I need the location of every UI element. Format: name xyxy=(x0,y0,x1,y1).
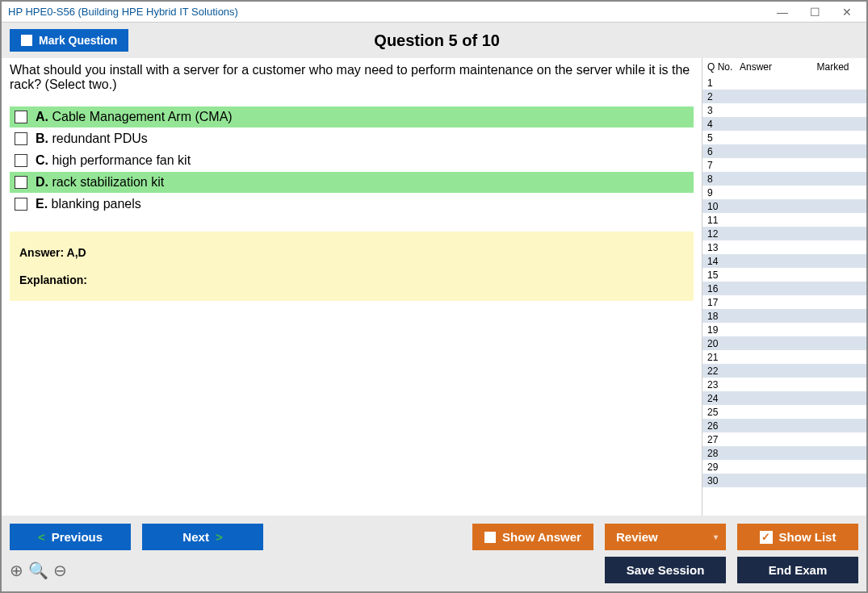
zoom-controls: ⊕ 🔍 ⊖ xyxy=(10,561,67,580)
row-number: 6 xyxy=(707,146,740,157)
option-E[interactable]: E. blanking panels xyxy=(10,194,694,215)
save-session-label: Save Session xyxy=(627,563,705,577)
question-list[interactable]: 1234567891011121314151617181920212223242… xyxy=(702,76,866,516)
question-row[interactable]: 25 xyxy=(702,405,866,419)
mark-question-button[interactable]: Mark Question xyxy=(10,29,128,52)
row-number: 11 xyxy=(707,215,740,226)
question-row[interactable]: 28 xyxy=(702,446,866,460)
zoom-in-icon[interactable]: ⊕ xyxy=(10,561,23,580)
row-number: 17 xyxy=(707,297,740,308)
row-number: 25 xyxy=(707,407,740,418)
question-row[interactable]: 24 xyxy=(702,391,866,405)
option-letter: A. xyxy=(36,110,48,123)
row-number: 2 xyxy=(707,91,740,102)
question-row[interactable]: 26 xyxy=(702,419,866,432)
question-row[interactable]: 9 xyxy=(702,186,866,199)
question-row[interactable]: 27 xyxy=(702,432,866,446)
question-text: What should you install with a server fo… xyxy=(10,63,694,92)
check-icon: ✓ xyxy=(760,531,773,544)
row-number: 19 xyxy=(707,324,740,336)
checkbox-icon[interactable] xyxy=(15,154,27,167)
row-number: 10 xyxy=(707,201,740,212)
question-row[interactable]: 20 xyxy=(702,336,866,350)
row-number: 21 xyxy=(707,352,740,363)
option-letter: D. xyxy=(36,175,48,189)
question-panel: What should you install with a server fo… xyxy=(2,58,702,516)
question-row[interactable]: 11 xyxy=(702,213,866,227)
question-row[interactable]: 29 xyxy=(702,460,866,474)
row-number: 22 xyxy=(707,365,740,377)
question-row[interactable]: 18 xyxy=(702,309,866,323)
header-qno: Q No. xyxy=(707,61,740,73)
next-button[interactable]: Next > xyxy=(142,524,263,550)
explanation-label: Explanation: xyxy=(19,274,684,286)
row-number: 18 xyxy=(707,311,740,322)
checkbox-icon[interactable] xyxy=(15,132,27,145)
question-row[interactable]: 13 xyxy=(702,240,866,254)
previous-label: Previous xyxy=(52,530,103,544)
checkbox-icon[interactable] xyxy=(15,176,27,189)
save-session-button[interactable]: Save Session xyxy=(605,557,726,583)
question-row[interactable]: 12 xyxy=(702,227,866,240)
show-list-button[interactable]: ✓ Show List xyxy=(737,524,858,550)
question-row[interactable]: 4 xyxy=(702,117,866,131)
question-row[interactable]: 19 xyxy=(702,323,866,336)
header-marked: Marked xyxy=(804,61,862,73)
end-exam-label: End Exam xyxy=(769,563,828,577)
row-number: 23 xyxy=(707,379,740,390)
question-row[interactable]: 14 xyxy=(702,254,866,268)
checkbox-icon xyxy=(484,532,496,543)
row-number: 26 xyxy=(707,420,740,432)
review-dropdown[interactable]: Review ▾ xyxy=(605,524,726,550)
previous-button[interactable]: < Previous xyxy=(10,524,131,550)
row-number: 3 xyxy=(707,105,740,116)
maximize-button[interactable]: ☐ xyxy=(799,2,831,22)
question-row[interactable]: 8 xyxy=(702,172,866,186)
option-B[interactable]: B. redundant PDUs xyxy=(10,128,694,150)
row-number: 12 xyxy=(707,228,740,240)
checkbox-icon[interactable] xyxy=(15,198,27,211)
row-number: 16 xyxy=(707,283,740,294)
end-exam-button[interactable]: End Exam xyxy=(737,557,858,583)
minimize-button[interactable]: — xyxy=(766,2,799,22)
question-row[interactable]: 21 xyxy=(702,350,866,364)
question-row[interactable]: 16 xyxy=(702,282,866,295)
row-number: 29 xyxy=(707,461,740,473)
question-row[interactable]: 22 xyxy=(702,364,866,378)
question-row[interactable]: 3 xyxy=(702,103,866,117)
question-row[interactable]: 15 xyxy=(702,268,866,282)
option-C[interactable]: C. high performance fan kit xyxy=(10,150,694,172)
row-number: 15 xyxy=(707,269,740,281)
option-text: Cable Management Arm (CMA) xyxy=(52,110,232,123)
zoom-reset-icon[interactable]: 🔍 xyxy=(28,561,48,580)
question-row[interactable]: 5 xyxy=(702,131,866,144)
row-number: 7 xyxy=(707,160,740,171)
answer-text: Answer: A,D xyxy=(19,246,684,259)
window-title: HP HPE0-S56 (Building HPE Hybrid IT Solu… xyxy=(8,6,766,18)
close-button[interactable]: ✕ xyxy=(831,2,863,22)
question-row[interactable]: 6 xyxy=(702,144,866,158)
row-number: 8 xyxy=(707,173,740,185)
question-row[interactable]: 2 xyxy=(702,90,866,103)
question-row[interactable]: 30 xyxy=(702,474,866,487)
sidebar-header: Q No. Answer Marked xyxy=(702,58,866,76)
row-number: 24 xyxy=(707,393,740,404)
header-answer: Answer xyxy=(740,61,804,73)
option-D[interactable]: D. rack stabilization kit xyxy=(10,172,694,194)
option-text: redundant PDUs xyxy=(52,132,147,145)
checkbox-icon[interactable] xyxy=(15,111,27,123)
question-row[interactable]: 10 xyxy=(702,199,866,213)
zoom-out-icon[interactable]: ⊖ xyxy=(53,561,67,580)
answer-box: Answer: A,D Explanation: xyxy=(10,232,694,301)
question-row[interactable]: 23 xyxy=(702,378,866,391)
question-row[interactable]: 7 xyxy=(702,158,866,172)
titlebar: HP HPE0-S56 (Building HPE Hybrid IT Solu… xyxy=(2,2,866,23)
show-answer-button[interactable]: Show Answer xyxy=(472,524,593,550)
question-row[interactable]: 17 xyxy=(702,295,866,309)
row-number: 4 xyxy=(707,119,740,130)
option-A[interactable]: A. Cable Management Arm (CMA) xyxy=(10,106,694,128)
chevron-right-icon: > xyxy=(216,530,223,544)
footer: < Previous Next > Show Answer Review ▾ ✓… xyxy=(2,516,866,591)
show-list-label: Show List xyxy=(779,530,837,544)
question-row[interactable]: 1 xyxy=(702,76,866,90)
